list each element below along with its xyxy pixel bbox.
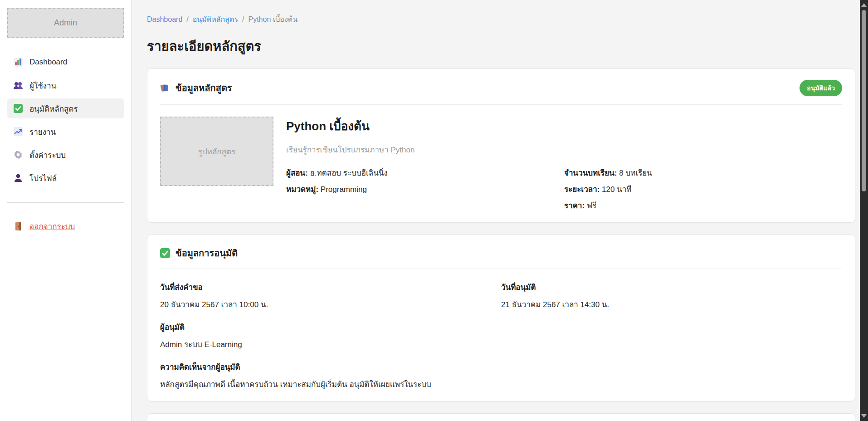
sidebar-item-settings[interactable]: ตั้งค่าระบบ bbox=[7, 145, 124, 165]
duration-value: 120 นาที bbox=[602, 185, 631, 194]
sidebar-item-label: รายงาน bbox=[29, 126, 56, 138]
approve-date-value: 21 ธันวาคม 2567 เวลา 14:30 น. bbox=[501, 298, 842, 310]
approve-date-field: วันที่อนุมัติ 21 ธันวาคม 2567 เวลา 14:30… bbox=[501, 281, 842, 310]
sidebar-item-approve-courses[interactable]: อนุมัติหลักสูตร bbox=[7, 98, 124, 118]
logout-label: ออกจากระบบ bbox=[29, 220, 75, 232]
course-meta-right: จำนวนบทเรียน: 8 บทเรียน ระยะเวลา: 120 นา… bbox=[564, 166, 842, 211]
logout-button[interactable]: ออกจากระบบ bbox=[7, 220, 124, 232]
breadcrumb-current: Python เบื้องต้น bbox=[248, 14, 297, 25]
status-badge: อนุมัติแล้ว bbox=[800, 80, 842, 96]
breadcrumb-separator: / bbox=[186, 15, 188, 24]
card-title: ข้อมูลหลักสูตร bbox=[176, 81, 232, 95]
breadcrumb-link-approve-courses[interactable]: อนุมัติหลักสูตร bbox=[193, 14, 238, 25]
sidebar-item-label: โปรไฟล์ bbox=[29, 172, 57, 184]
scrollbar-thumb[interactable] bbox=[862, 10, 866, 191]
category-label: หมวดหมู่: bbox=[286, 185, 318, 194]
course-meta-left: ผู้สอน: อ.ทดสอบ ระบบอีเลินนิ่ง หมวดหมู่:… bbox=[286, 166, 564, 211]
category-line: หมวดหมู่: Programming bbox=[286, 183, 564, 195]
logout-door-icon bbox=[13, 221, 23, 231]
dashboard-icon bbox=[13, 57, 23, 67]
breadcrumb-link-dashboard[interactable]: Dashboard bbox=[147, 15, 182, 24]
sidebar-item-label: Dashboard bbox=[29, 58, 67, 67]
approver-field: ผู้อนุมัติ Admin ระบบ E-Learning bbox=[160, 321, 842, 350]
price-value: ฟรี bbox=[587, 201, 596, 210]
sidebar: Admin Dashboard ผู้ใช้งาน อนุมัติหลักสูต… bbox=[0, 0, 132, 421]
sidebar-item-profile[interactable]: โปรไฟล์ bbox=[7, 168, 124, 188]
users-icon bbox=[13, 80, 23, 90]
main-content: Dashboard / อนุมัติหลักสูตร / Python เบื… bbox=[132, 0, 868, 421]
sidebar-nav: Dashboard ผู้ใช้งาน อนุมัติหลักสูตร รายง… bbox=[7, 52, 124, 188]
books-icon bbox=[160, 83, 170, 93]
breadcrumb: Dashboard / อนุมัติหลักสูตร / Python เบื… bbox=[147, 14, 855, 25]
approver-value: Admin ระบบ E-Learning bbox=[160, 338, 842, 350]
request-date-label: วันที่ส่งคำขอ bbox=[160, 281, 501, 293]
profile-icon bbox=[13, 173, 23, 183]
request-date-field: วันที่ส่งคำขอ 20 ธันวาคม 2567 เวลา 10:00… bbox=[160, 281, 501, 310]
comment-field: ความคิดเห็นจากผู้อนุมัติ หลักสูตรมีคุณภา… bbox=[160, 361, 842, 390]
sidebar-item-dashboard[interactable]: Dashboard bbox=[7, 52, 124, 72]
instructor-label: ผู้สอน: bbox=[286, 169, 308, 177]
sidebar-item-label: ผู้ใช้งาน bbox=[29, 79, 56, 92]
check-icon bbox=[160, 248, 170, 258]
category-value: Programming bbox=[321, 185, 367, 194]
request-date-value: 20 ธันวาคม 2567 เวลา 10:00 น. bbox=[160, 298, 501, 310]
vertical-scrollbar[interactable] bbox=[860, 0, 868, 421]
approval-info-card: ข้อมูลการอนุมัติ วันที่ส่งคำขอ 20 ธันวาค… bbox=[147, 235, 855, 401]
duration-label: ระยะเวลา: bbox=[564, 185, 600, 194]
approve-courses-icon bbox=[13, 103, 23, 113]
reports-icon bbox=[13, 127, 23, 137]
lessons-line: จำนวนบทเรียน: 8 บทเรียน bbox=[564, 166, 842, 179]
page-title: รายละเอียดหลักสูตร bbox=[147, 36, 855, 57]
course-info-card: ข้อมูลหลักสูตร อนุมัติแล้ว รูปหลักสูตร P… bbox=[147, 69, 855, 223]
course-image-placeholder: รูปหลักสูตร bbox=[160, 117, 273, 186]
price-line: ราคา: ฟรี bbox=[564, 199, 842, 211]
card-title: ข้อมูลการอนุมัติ bbox=[176, 246, 238, 260]
brand-label: Admin bbox=[54, 18, 77, 28]
course-description: เรียนรู้การเขียนโปรแกรมภาษา Python bbox=[286, 143, 842, 156]
card-divider bbox=[160, 104, 842, 105]
scrollbar-up-arrow-icon[interactable] bbox=[861, 3, 867, 7]
sidebar-item-reports[interactable]: รายงาน bbox=[7, 122, 124, 142]
course-image-label: รูปหลักสูตร bbox=[198, 145, 235, 157]
settings-icon bbox=[13, 150, 23, 160]
sidebar-item-users[interactable]: ผู้ใช้งาน bbox=[7, 75, 124, 95]
price-label: ราคา: bbox=[564, 201, 585, 210]
scrollbar-down-arrow-icon[interactable] bbox=[861, 414, 867, 418]
card-divider bbox=[160, 269, 842, 269]
approve-date-label: วันที่อนุมัติ bbox=[501, 281, 842, 293]
sidebar-divider bbox=[7, 202, 124, 203]
course-structure-card: โครงสร้างหลักสูตร bbox=[147, 413, 855, 421]
sidebar-item-label: ตั้งค่าระบบ bbox=[29, 149, 66, 161]
breadcrumb-separator: / bbox=[242, 15, 244, 24]
approver-label: ผู้อนุมัติ bbox=[160, 321, 842, 333]
brand-logo-placeholder: Admin bbox=[7, 8, 124, 38]
instructor-line: ผู้สอน: อ.ทดสอบ ระบบอีเลินนิ่ง bbox=[286, 166, 564, 179]
instructor-value: อ.ทดสอบ ระบบอีเลินนิ่ง bbox=[310, 169, 388, 177]
lessons-label: จำนวนบทเรียน: bbox=[564, 169, 617, 177]
duration-line: ระยะเวลา: 120 นาที bbox=[564, 183, 842, 195]
comment-value: หลักสูตรมีคุณภาพดี เนื้อหาครบถ้วน เหมาะส… bbox=[160, 378, 842, 390]
course-name: Python เบื้องต้น bbox=[286, 117, 842, 135]
sidebar-item-label: อนุมัติหลักสูตร bbox=[29, 103, 78, 115]
comment-label: ความคิดเห็นจากผู้อนุมัติ bbox=[160, 361, 842, 373]
lessons-value: 8 บทเรียน bbox=[619, 169, 652, 177]
